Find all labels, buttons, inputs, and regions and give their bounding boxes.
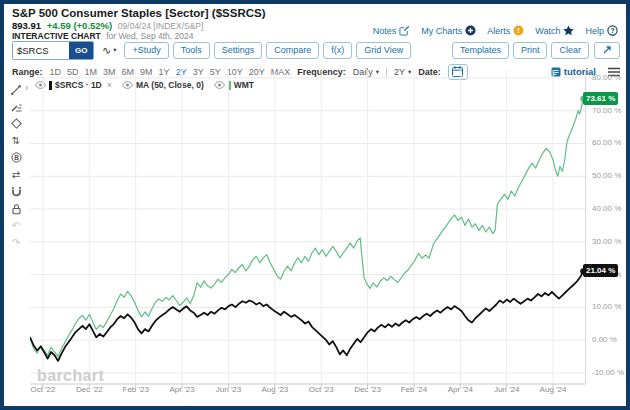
header-link-label: Alerts (487, 26, 510, 36)
undo-tool: ↶ (9, 219, 23, 232)
quote-line: 893.91 +4.59 (+0.52%) 09/04/24 [INDEX/S&… (12, 20, 203, 31)
settings-button[interactable]: Settings (214, 42, 263, 59)
header-link-notes[interactable]: Notes (373, 25, 411, 36)
clear-button[interactable]: Clear (551, 42, 589, 59)
events-icon: B (11, 152, 22, 163)
y-axis-label: 80.00 % (592, 73, 621, 82)
y-axis-label: 30.00 % (592, 237, 621, 246)
line-style-icon: ∿ (102, 44, 111, 57)
x-axis-label: Apr '23 (160, 385, 204, 394)
x-axis-label: Dec '22 (67, 385, 111, 394)
grid-view-button[interactable]: Grid View (356, 42, 411, 59)
header-links: NotesMy ChartsAlerts!WatchHelp? (373, 25, 618, 36)
x-axis-label: Aug '23 (253, 385, 297, 394)
redo-tool: ↷ (9, 236, 23, 249)
header-link-label: Notes (373, 26, 397, 36)
trendline-tool[interactable] (9, 83, 23, 96)
last-price: 893.91 (12, 20, 41, 31)
compare-button[interactable]: Compare (266, 42, 319, 59)
y-axis-label: 50.00 % (592, 171, 621, 180)
trendline-icon (10, 84, 22, 96)
y-axis-label: 0.00 % (592, 335, 617, 344)
barchart-watermark: barchart (37, 367, 104, 385)
chevron-down-icon: ▾ (113, 46, 116, 54)
annotations-icon (10, 101, 22, 112)
y-axis-label: 10.00 % (592, 302, 621, 311)
price-arrows-tool[interactable]: ⇅ (9, 134, 23, 147)
lock-tool[interactable] (9, 202, 23, 215)
x-axis-label: Feb '23 (114, 385, 158, 394)
x-axis-label: Dec '23 (346, 385, 390, 394)
undo-icon: ↶ (12, 221, 20, 231)
templates-button[interactable]: Templates (452, 42, 509, 59)
header-link-help[interactable]: Help? (585, 25, 618, 36)
drawing-tools-sidebar: ⇅B⇄↶↷ (7, 83, 25, 249)
x-axis-label: Jun '24 (485, 385, 529, 394)
f-x-button[interactable]: f(x) (323, 42, 352, 59)
header-link-watch[interactable]: Watch (535, 25, 574, 36)
pop-out-button[interactable] (594, 42, 620, 59)
x-axis-label: Feb '24 (392, 385, 436, 394)
x-axis-label: Oct '22 (21, 385, 65, 394)
compare-icon: ⇄ (12, 170, 20, 180)
events-tool[interactable]: B (9, 151, 23, 164)
annotations-tool[interactable] (9, 100, 23, 113)
x-axis-label: Apr '24 (438, 385, 482, 394)
compare-tool[interactable]: ⇄ (9, 168, 23, 181)
y-axis-label: 40.00 % (592, 204, 621, 213)
notes-pencil-icon (399, 25, 410, 36)
shapes-icon (11, 118, 22, 129)
header-link-alerts[interactable]: Alerts! (487, 25, 524, 36)
arrows-icon: ⇅ (12, 136, 20, 146)
srcs-change-badge: 21.04 % (583, 264, 618, 277)
study-button[interactable]: +Study (124, 42, 168, 59)
x-axis-label: Aug '24 (531, 385, 575, 394)
star-icon (563, 25, 574, 36)
print-button[interactable]: Print (513, 42, 548, 59)
header-link-label: My Charts (421, 26, 462, 36)
plus-circle-icon (465, 25, 476, 36)
svg-text:?: ? (611, 27, 615, 34)
pop-out-icon (602, 45, 612, 55)
page-title: S&P 500 Consumer Staples [Sector] ($SSRC… (12, 7, 266, 19)
redo-icon: ↷ (12, 238, 20, 248)
svg-text:B: B (14, 154, 19, 161)
header-link-label: Help (585, 26, 604, 36)
series-srcs (30, 271, 583, 361)
shapes-tool[interactable] (9, 117, 23, 130)
magnet-tool[interactable] (9, 185, 23, 198)
symbol-input[interactable] (13, 42, 69, 59)
magnet-icon (11, 186, 22, 198)
question-circle-icon: ? (607, 25, 618, 36)
price-chart[interactable] (30, 70, 586, 390)
wmt-change-badge: 73.61 % (583, 92, 618, 105)
toolbar-left-buttons: +StudyToolsSettingsComparef(x)Grid View (124, 42, 411, 59)
quote-date: 09/04/24 [INDEX/S&P] (118, 21, 204, 31)
header-link-label: Watch (535, 26, 560, 36)
y-axis-label: 70.00 % (592, 106, 621, 115)
x-axis-label: Oct '23 (299, 385, 343, 394)
barchart-interactive-chart-window: S&P 500 Consumer Staples [Sector] ($SSRC… (0, 0, 630, 410)
go-button[interactable]: GO (69, 42, 93, 59)
symbol-box: GO (12, 41, 94, 60)
chart-toolbar: GO ∿ ▾ +StudyToolsSettingsComparef(x)Gri… (12, 40, 620, 60)
series-wmt (30, 99, 583, 357)
chevron-right-icon[interactable]: › (25, 82, 28, 93)
y-axis-label: -10.00 % (592, 368, 624, 377)
line-style-selector[interactable]: ∿ ▾ (102, 44, 116, 57)
lock-icon (11, 203, 22, 215)
tools-button[interactable]: Tools (173, 42, 210, 59)
svg-text:!: ! (518, 26, 521, 35)
header-link-my-charts[interactable]: My Charts (421, 25, 476, 36)
y-axis-label: 60.00 % (592, 138, 621, 147)
toolbar-right-buttons: TemplatesPrintClear (452, 42, 589, 59)
price-change: +4.59 (+0.52%) (47, 20, 113, 31)
alert-circle-icon: ! (513, 25, 524, 36)
x-axis-label: Jun '23 (206, 385, 250, 394)
